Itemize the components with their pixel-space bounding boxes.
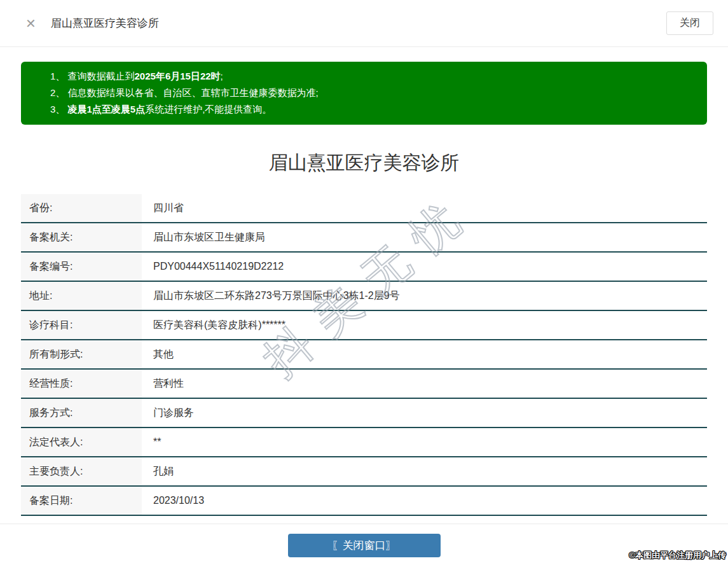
footer-button-row: 〖关闭窗口〗 xyxy=(0,534,728,557)
field-value: 其他 xyxy=(142,340,707,368)
field-label: 经营性质: xyxy=(21,370,142,398)
field-label: 所有制形式: xyxy=(21,340,142,368)
credit-watermark: ©本图由平台注册用户上传 xyxy=(629,550,726,561)
footer-divider xyxy=(0,524,728,524)
table-row: 诊疗科目:医疗美容科(美容皮肤科)****** xyxy=(21,311,707,340)
field-label: 省份: xyxy=(21,194,142,222)
field-value: 营利性 xyxy=(142,370,707,398)
close-window-button[interactable]: 〖关闭窗口〗 xyxy=(288,534,441,557)
field-label: 服务方式: xyxy=(21,399,142,427)
field-label: 备案编号: xyxy=(21,253,142,281)
notice-list: 1、 查询数据截止到2025年6月15日22时;2、 信息数据结果以各省、自治区… xyxy=(50,68,694,118)
field-value: 眉山市东坡区卫生健康局 xyxy=(142,223,707,251)
close-x-icon[interactable]: ✕ xyxy=(25,17,36,30)
table-row: 备案日期:2023/10/13 xyxy=(21,487,707,516)
field-value: PDY00444X51140219D2212 xyxy=(142,253,707,281)
field-label: 法定代表人: xyxy=(21,428,142,456)
field-value: 2023/10/13 xyxy=(142,487,707,515)
field-value: 孔娟 xyxy=(142,457,707,485)
field-value: 眉山市东坡区二环东路273号万景国际中心3栋1-2层9号 xyxy=(142,282,707,310)
field-label: 备案日期: xyxy=(21,487,142,515)
header-close-button[interactable]: 关闭 xyxy=(666,11,713,35)
table-row: 服务方式:门诊服务 xyxy=(21,399,707,428)
table-row: 法定代表人:** xyxy=(21,428,707,457)
notice-line: 1、 查询数据截止到2025年6月15日22时; xyxy=(50,68,694,85)
main-content: 1、 查询数据截止到2025年6月15日22时;2、 信息数据结果以各省、自治区… xyxy=(0,62,728,516)
notice-line: 2、 信息数据结果以各省、自治区、直辖市卫生健康委数据为准; xyxy=(50,85,694,101)
field-value: 门诊服务 xyxy=(142,399,707,427)
table-row: 备案机关:眉山市东坡区卫生健康局 xyxy=(21,223,707,253)
table-row: 省份:四川省 xyxy=(21,194,707,223)
table-row: 所有制形式:其他 xyxy=(21,340,707,370)
field-value: 四川省 xyxy=(142,194,707,222)
info-table: 省份:四川省备案机关:眉山市东坡区卫生健康局备案编号:PDY00444X5114… xyxy=(21,194,707,516)
field-value: ** xyxy=(142,428,707,456)
field-label: 主要负责人: xyxy=(21,457,142,485)
window-title: 眉山熹亚医疗美容诊所 xyxy=(51,16,159,31)
page-title: 眉山熹亚医疗美容诊所 xyxy=(21,150,707,176)
table-row: 主要负责人:孔娟 xyxy=(21,457,707,487)
notice-line: 3、 凌晨1点至凌晨5点系统进行维护,不能提供查询。 xyxy=(50,101,694,118)
notice-banner: 1、 查询数据截止到2025年6月15日22时;2、 信息数据结果以各省、自治区… xyxy=(21,62,707,125)
field-value: 医疗美容科(美容皮肤科)****** xyxy=(142,311,707,339)
field-label: 备案机关: xyxy=(21,223,142,251)
field-label: 诊疗科目: xyxy=(21,311,142,339)
window-header: ✕ 眉山熹亚医疗美容诊所 关闭 xyxy=(0,0,728,47)
table-row: 备案编号:PDY00444X51140219D2212 xyxy=(21,253,707,282)
field-label: 地址: xyxy=(21,282,142,310)
table-row: 经营性质:营利性 xyxy=(21,370,707,399)
table-row: 地址:眉山市东坡区二环东路273号万景国际中心3栋1-2层9号 xyxy=(21,282,707,311)
